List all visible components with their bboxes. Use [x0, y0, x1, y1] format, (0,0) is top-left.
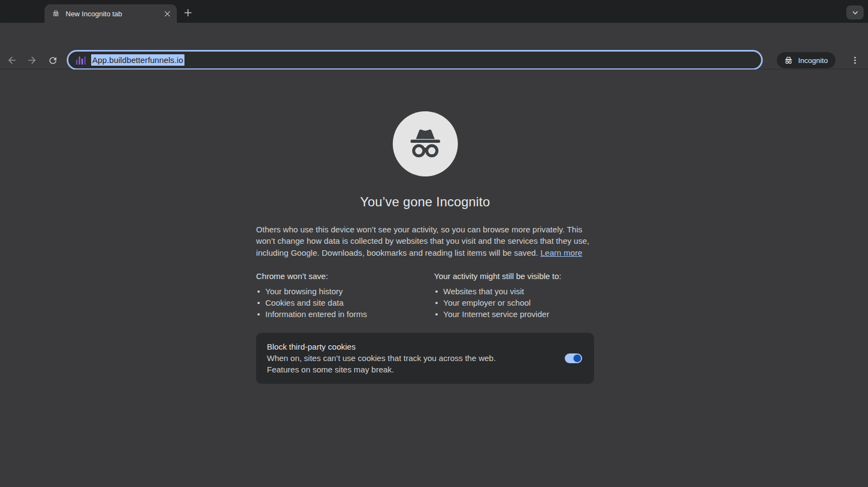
tab-new-incognito[interactable]: New Incognito tab	[44, 4, 177, 23]
intro-text: Others who use this device won’t see you…	[256, 225, 589, 257]
block-cookies-toggle[interactable]	[565, 353, 582, 363]
forward-button[interactable]	[25, 54, 39, 67]
block-cookies-card: Block third-party cookies When on, sites…	[256, 333, 594, 384]
tab-title: New Incognito tab	[66, 10, 162, 18]
reload-button[interactable]	[46, 54, 59, 67]
browser-window: New Incognito tab	[0, 0, 868, 487]
incognito-icon	[783, 55, 794, 66]
browser-menu-button[interactable]	[848, 54, 861, 67]
incognito-hero-icon	[393, 111, 458, 176]
list-item: Information entered in forms	[256, 308, 434, 320]
list-item: Your Internet service provider	[434, 308, 594, 320]
close-icon[interactable]	[162, 8, 173, 19]
reload-icon	[48, 55, 58, 66]
info-columns: Chrome won’t save: Your browsing history…	[256, 271, 594, 320]
purple-bars-favicon	[76, 56, 86, 65]
address-bar[interactable]: App.buildbetterfunnels.io	[67, 50, 763, 70]
list-item: Your browsing history	[256, 286, 434, 297]
new-tab-button[interactable]	[181, 5, 195, 20]
list-item: Your employer or school	[434, 297, 594, 308]
incognito-badge-label: Incognito	[798, 56, 828, 65]
chevron-down-icon	[852, 9, 859, 16]
block-cookies-title: Block third-party cookies	[267, 341, 529, 352]
intro-paragraph: Others who use this device won’t see you…	[256, 224, 594, 258]
list-item: Cookies and site data	[256, 297, 434, 308]
wont-save-list: Your browsing history Cookies and site d…	[256, 286, 434, 320]
back-arrow-icon	[7, 55, 17, 66]
tab-strip: New Incognito tab	[0, 0, 868, 23]
page-title: You’ve gone Incognito	[256, 194, 594, 210]
incognito-icon	[52, 9, 60, 18]
incognito-page: You’ve gone Incognito Others who use thi…	[0, 69, 868, 486]
visible-to-column: Your activity might still be visible to:…	[434, 271, 594, 320]
tab-search-button[interactable]	[846, 5, 864, 20]
plus-icon	[184, 9, 192, 17]
block-cookies-description: When on, sites can’t use cookies that tr…	[267, 352, 529, 376]
back-button[interactable]	[5, 54, 18, 67]
url-text-selected[interactable]: App.buildbetterfunnels.io	[91, 54, 184, 66]
wont-save-column: Chrome won’t save: Your browsing history…	[256, 271, 434, 320]
visible-to-header: Your activity might still be visible to:	[434, 271, 594, 281]
toggle-knob	[573, 355, 581, 362]
incognito-badge: Incognito	[777, 52, 835, 68]
wont-save-header: Chrome won’t save:	[256, 271, 434, 281]
visible-to-list: Websites that you visit Your employer or…	[434, 286, 594, 320]
learn-more-link[interactable]: Learn more	[540, 248, 582, 257]
forward-arrow-icon	[27, 55, 37, 66]
kebab-menu-icon	[851, 56, 859, 65]
browser-toolbar: App.buildbetterfunnels.io Incognito	[0, 23, 868, 69]
list-item: Websites that you visit	[434, 286, 594, 297]
